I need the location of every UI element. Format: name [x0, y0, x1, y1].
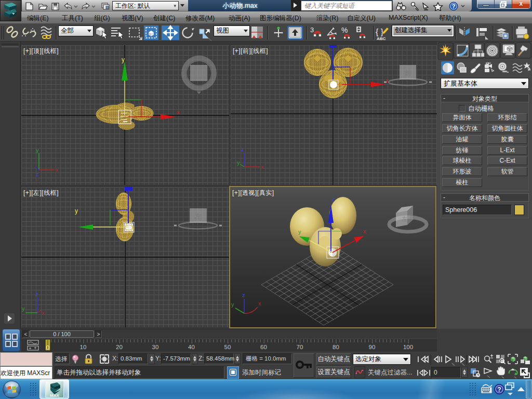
svg-text:z: z [241, 146, 244, 152]
svg-text:前: 前 [409, 215, 415, 220]
svg-text:x: x [177, 109, 180, 115]
svg-text:30: 30 [152, 344, 159, 350]
svg-text:80: 80 [332, 344, 339, 350]
svg-text:50: 50 [224, 344, 231, 350]
svg-text:?: ? [497, 386, 501, 393]
svg-text:z: z [242, 292, 245, 298]
svg-text:20: 20 [116, 344, 123, 350]
svg-text:左: 左 [402, 216, 407, 222]
svg-text:x: x [261, 164, 264, 170]
svg-text:z: z [36, 171, 39, 177]
svg-text:%: % [341, 26, 348, 34]
svg-text:前: 前 [405, 69, 411, 77]
svg-text:MAX: MAX [50, 393, 59, 397]
svg-text:z: z [332, 196, 335, 202]
svg-text:{ }: { } [376, 28, 384, 36]
svg-text:左: 左 [195, 212, 202, 220]
svg-text:0: 0 [46, 344, 49, 351]
svg-text:x: x [42, 310, 45, 316]
svg-text:y: y [231, 301, 234, 308]
svg-text:z: z [35, 291, 38, 297]
svg-text:60: 60 [260, 344, 267, 350]
svg-text:100: 100 [403, 344, 413, 350]
svg-text:y: y [298, 229, 301, 235]
svg-text:y: y [237, 159, 240, 166]
svg-text:ABC: ABC [377, 36, 386, 41]
svg-text:y: y [75, 207, 78, 215]
svg-text:x: x [56, 167, 59, 173]
svg-text:3: 3 [310, 26, 314, 34]
svg-text:90: 90 [369, 344, 376, 350]
svg-text:40: 40 [188, 344, 195, 350]
svg-text:10: 10 [80, 344, 87, 350]
svg-text:y: y [22, 305, 25, 312]
svg-text:顶: 顶 [196, 70, 203, 77]
svg-text:70: 70 [297, 344, 303, 350]
svg-text:y: y [36, 147, 39, 153]
svg-text:x: x [258, 300, 261, 307]
svg-text:x: x [363, 228, 366, 234]
svg-text:?: ? [452, 3, 456, 9]
svg-text:y: y [122, 56, 125, 63]
